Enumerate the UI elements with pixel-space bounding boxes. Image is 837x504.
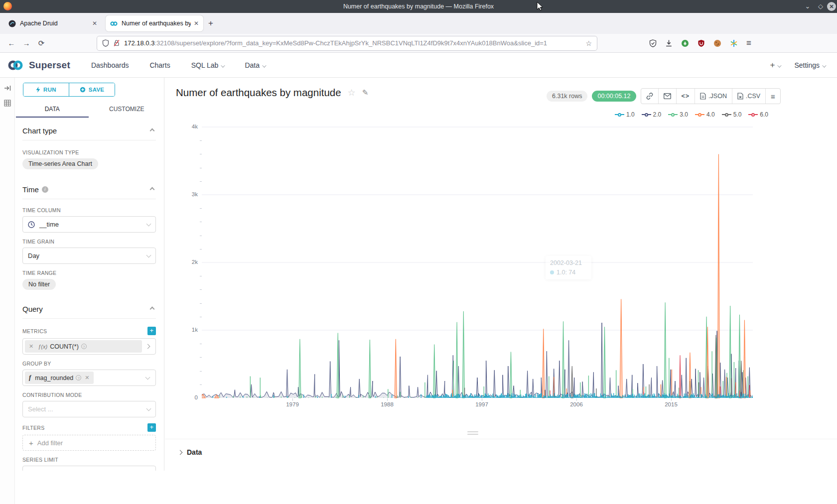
y-axis-label: 0 [178,394,198,400]
add-filter-dropzone[interactable]: + Add filter [22,435,156,451]
section-chart-type[interactable]: Chart type [22,126,156,135]
filters-label: FILTERS + [22,423,156,432]
panel-tabs: DATA CUSTOMIZE [15,102,164,118]
group-by-select[interactable]: f mag_rounded ? ✕ [22,370,156,386]
y-axis-label: 4k [178,124,198,129]
add-filter-plus-button[interactable]: + [147,423,156,432]
superset-navbar: Superset Dashboards Charts SQL Lab Data … [0,53,837,78]
time-column-label: TIME COLUMN [22,207,156,213]
chevron-up-icon [150,187,155,192]
tab-customize[interactable]: CUSTOMIZE [90,102,164,118]
x-axis-tick [482,398,482,401]
mouse-cursor [536,1,544,11]
insecure-lock-icon[interactable] [113,39,120,47]
nav-sql-lab[interactable]: SQL Lab [191,61,224,69]
menu-hamburger-icon[interactable]: ≡ [746,38,751,48]
nav-settings[interactable]: Settings [794,61,825,69]
tooltip-series-dot [550,270,554,274]
chevron-down-icon [146,406,151,411]
left-icon-rail [0,78,15,504]
contribution-mode-select[interactable]: Select ... [22,401,156,417]
datasource-grid-icon[interactable] [4,100,11,107]
time-column-select[interactable]: __time [22,216,156,233]
timeseries-area-chart[interactable] [202,125,753,398]
tooltip-value: 1.0: 74 [557,269,575,276]
url-text: 172.18.0.3:32108/superset/explore/?form_… [124,39,585,47]
window-close-button[interactable]: ✕ [827,2,836,11]
back-button[interactable]: ← [4,39,19,47]
window-maximize-button[interactable]: ◇ [816,2,825,11]
browser-tabbar: Apache Druid ✕ Numer of earthquakes by ✕… [0,13,837,34]
firefox-logo-icon [3,2,12,10]
section-time[interactable]: Time i [22,185,156,194]
time-range-label: TIME RANGE [22,270,156,276]
superset-brand[interactable]: Superset [29,60,70,71]
tab-close-icon[interactable]: ✕ [92,20,97,27]
metric-tag[interactable]: ✕ ƒ(x) COUNT(*) ? [25,340,142,353]
browser-toolbar: ← → ⟳ 172.18.0.3:32108/superset/explore/… [0,34,837,53]
addon-asterisk-icon[interactable] [730,39,738,47]
remove-metric-icon[interactable]: ✕ [29,343,33,350]
contribution-mode-label: CONTRIBUTION MODE [22,392,156,398]
series-limit-select[interactable]: Select ... [22,466,156,471]
collapse-panel-icon[interactable] [4,85,11,92]
nav-data[interactable]: Data [245,61,265,69]
x-axis-label: 2006 [565,401,587,407]
superset-logo-icon [7,58,24,73]
x-axis-tick [671,398,672,401]
new-tab-button[interactable]: + [208,18,213,28]
time-range-pill[interactable]: No filter [22,279,56,290]
nav-charts[interactable]: Charts [149,61,170,69]
viz-type-label: VISUALIZATION TYPE [22,149,156,155]
new-item-button[interactable]: + [770,60,780,70]
series-limit-label: SERIES LIMIT [22,457,156,463]
nav-dashboards[interactable]: Dashboards [91,61,129,69]
protections-shield-icon[interactable] [649,39,657,47]
x-axis-tick [292,398,293,401]
results-panel-header[interactable]: Data [178,448,837,456]
tracking-shield-icon[interactable] [102,39,109,47]
section-query[interactable]: Query [22,305,156,313]
url-bar[interactable]: 172.18.0.3:32108/superset/explore/?form_… [97,36,597,51]
chevron-down-icon [778,63,782,67]
browser-tab-superset-chart[interactable]: Numer of earthquakes by ✕ [106,15,203,31]
clock-icon [28,221,35,228]
run-button[interactable]: RUN [23,83,69,96]
chevron-right-icon[interactable] [145,344,150,349]
cookie-addon-icon[interactable] [713,39,721,47]
chevron-down-icon [146,221,151,226]
forward-button[interactable]: → [19,39,34,47]
chevron-down-icon [146,252,151,257]
druid-favicon-icon [8,20,16,27]
x-axis-tick [576,398,577,401]
x-axis-label: 1997 [471,401,493,407]
bookmark-star-icon[interactable]: ☆ [585,39,592,47]
group-by-tag[interactable]: f mag_rounded ? ✕ [25,372,94,384]
remove-group-by-icon[interactable]: ✕ [85,375,89,381]
save-button[interactable]: SAVE [69,83,115,96]
add-metric-button[interactable]: + [147,327,156,335]
y-axis-label: 1k [178,327,198,333]
results-panel: Data [165,439,837,504]
chevron-down-icon [822,63,826,67]
tab-close-icon[interactable]: ✕ [194,20,199,27]
panel-resize-handle[interactable] [467,431,478,436]
ublock-icon[interactable] [698,39,705,47]
viz-type-pill[interactable]: Time-series Area Chart [22,158,98,169]
y-axis-label: 2k [178,259,198,265]
browser-tab-apache-druid[interactable]: Apache Druid ✕ [4,15,102,31]
chevron-down-icon [145,375,150,379]
tab-data[interactable]: DATA [15,102,90,118]
reload-button[interactable]: ⟳ [34,39,49,48]
privacy-badger-icon[interactable] [681,39,689,47]
time-grain-label: TIME GRAIN [22,239,156,245]
x-axis-label: 1988 [376,401,398,407]
plus-icon: + [29,439,33,447]
superset-favicon-icon [110,20,118,27]
metric-control[interactable]: ✕ ƒ(x) COUNT(*) ? [22,338,156,355]
group-by-label: GROUP BY [22,361,156,367]
panel-scroll-content: Chart type VISUALIZATION TYPE Time-serie… [22,126,156,471]
window-minimize-button[interactable]: ⌄ [803,2,812,11]
time-grain-select[interactable]: Day [22,248,156,264]
downloads-icon[interactable] [665,39,673,47]
